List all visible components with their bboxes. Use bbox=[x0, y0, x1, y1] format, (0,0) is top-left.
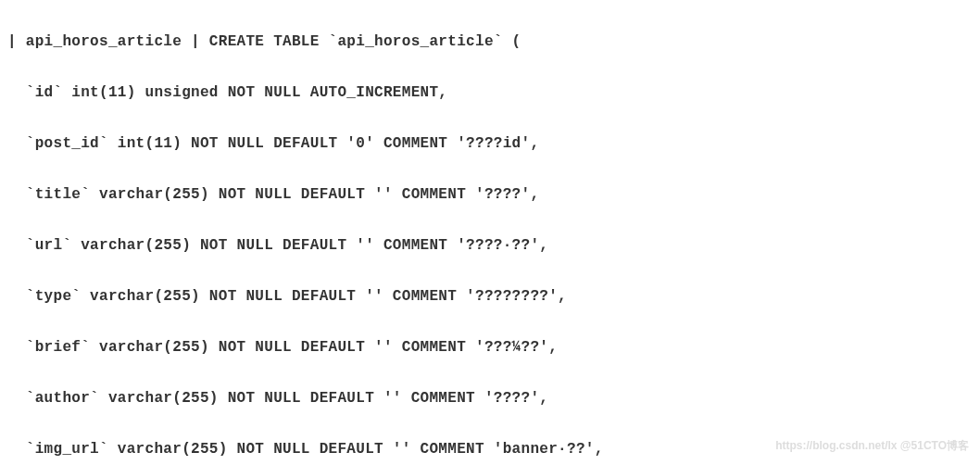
watermark: https://blog.csdn.net/lx @51CTO博客 bbox=[775, 436, 969, 456]
sql-line: `post_id` int(11) NOT NULL DEFAULT '0' C… bbox=[7, 135, 539, 152]
sql-line: `title` varchar(255) NOT NULL DEFAULT ''… bbox=[7, 186, 539, 203]
sql-line: `type` varchar(255) NOT NULL DEFAULT '' … bbox=[7, 288, 567, 305]
sql-line: `brief` varchar(255) NOT NULL DEFAULT ''… bbox=[7, 339, 558, 356]
sql-line: | api_horos_article | CREATE TABLE `api_… bbox=[7, 33, 521, 50]
sql-line: `img_url` varchar(255) NOT NULL DEFAULT … bbox=[7, 441, 604, 458]
sql-line: `id` int(11) unsigned NOT NULL AUTO_INCR… bbox=[7, 84, 447, 101]
sql-line: `author` varchar(255) NOT NULL DEFAULT '… bbox=[7, 390, 548, 407]
sql-line: `url` varchar(255) NOT NULL DEFAULT '' C… bbox=[7, 237, 548, 254]
